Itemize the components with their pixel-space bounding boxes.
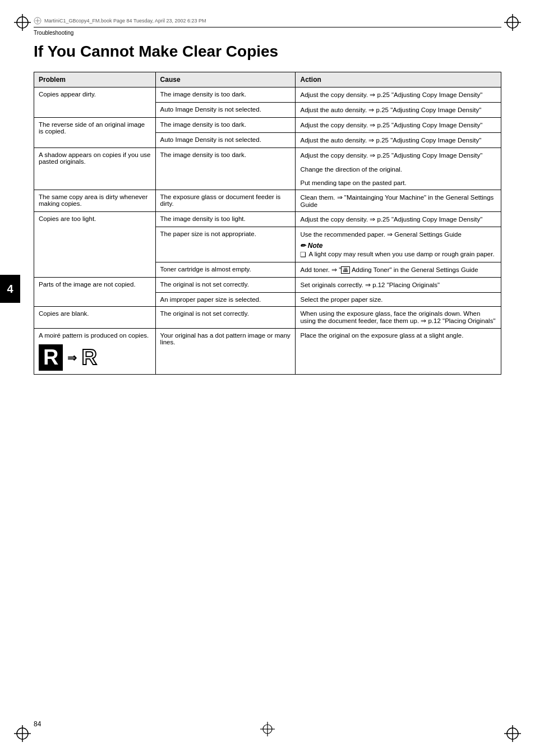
footer-center-mark — [259, 721, 276, 739]
problem-cell-5: Copies are too light. — [34, 212, 156, 278]
corner-mark-top-left — [11, 11, 34, 34]
table-row: The same copy area is dirty whenever mak… — [34, 190, 501, 212]
page-title: If You Cannot Make Clear Copies — [34, 43, 501, 61]
action-cell-7a: When using the exposure glass, face the … — [296, 307, 501, 329]
toner-icon: 🖶 — [341, 266, 350, 274]
action-cell-2b: Adjust the auto density. ⇒ p.25 "Adjusti… — [296, 133, 501, 148]
table-row: A moiré pattern is produced on copies. R… — [34, 329, 501, 375]
corner-mark-top-right — [501, 11, 524, 34]
problem-cell-7: Copies are blank. — [34, 307, 156, 329]
action-cell-1a: Adjust the copy density. ⇒ p.25 "Adjusti… — [296, 87, 501, 103]
action-cell-1b: Adjust the auto density. ⇒ p.25 "Adjusti… — [296, 103, 501, 118]
cause-cell-2a: The image density is too dark. — [155, 118, 296, 133]
action-cell-4a: Clean them. ⇒ "Maintainging Your Machine… — [296, 190, 501, 212]
moire-r-solid: R — [39, 344, 63, 371]
table-row: The reverse side of an original image is… — [34, 118, 501, 133]
chapter-tab: 4 — [0, 275, 20, 303]
problem-cell-1: Copies appear dirty. — [34, 87, 156, 118]
note-box: ✏ Note ❑ A light copy may result when yo… — [300, 242, 496, 259]
action-cell-6a: Set originals correctly. ⇒ p.12 "Placing… — [296, 278, 501, 293]
problem-cell-6: Parts of the image are not copied. — [34, 278, 156, 307]
corner-mark-bottom-left — [11, 722, 34, 745]
table-header: Problem Cause Action — [34, 72, 501, 87]
action-cell-8a: Place the original on the exposure glass… — [296, 329, 501, 375]
action-cell-5a: Adjust the copy density. ⇒ p.25 "Adjusti… — [296, 212, 501, 227]
table-body: Copies appear dirty. The image density i… — [34, 87, 501, 375]
cause-cell-6a: The original is not set correctly. — [155, 278, 296, 293]
cause-cell-7a: The original is not set correctly. — [155, 307, 296, 329]
section-label: Troubleshooting — [34, 30, 501, 36]
footer-area: 84 — [34, 720, 41, 728]
problem-cell-3: A shadow appears on copies if you use pa… — [34, 148, 156, 190]
table-row: Copies are blank. The original is not se… — [34, 307, 501, 329]
cause-cell-5a: The image density is too light. — [155, 212, 296, 227]
moire-arrow: ⇒ — [67, 351, 77, 365]
note-title: ✏ Note — [300, 242, 496, 250]
action-cell-6b: Select the proper paper size. — [296, 293, 501, 307]
cause-cell-5c: Toner cartridge is almost empty. — [155, 262, 296, 278]
cause-cell-4a: The exposure glass or document feeder is… — [155, 190, 296, 212]
moire-image: R ⇒ R — [39, 344, 151, 371]
header-row: Problem Cause Action — [34, 72, 501, 87]
cause-cell-2b: Auto Image Density is not selected. — [155, 133, 296, 148]
header-problem: Problem — [34, 72, 156, 87]
action-cell-3a: Adjust the copy density. ⇒ p.25 "Adjusti… — [296, 148, 501, 190]
table-row: Copies are too light. The image density … — [34, 212, 501, 227]
main-table: Problem Cause Action Copies appear dirty… — [34, 72, 501, 375]
cause-cell-3a: The image density is too dark. — [155, 148, 296, 190]
action-cell-5b: Use the recommended paper. ⇒ General Set… — [296, 227, 501, 262]
file-info-icon — [34, 17, 41, 25]
page-number: 84 — [34, 720, 41, 728]
problem-cell-2: The reverse side of an original image is… — [34, 118, 156, 148]
header-area: MartiniC1_GBcopy4_FM.book Page 84 Tuesda… — [0, 0, 535, 61]
header-cause: Cause — [155, 72, 296, 87]
content-area: Problem Cause Action Copies appear dirty… — [0, 72, 535, 375]
action-cell-5c: Add toner. ⇒ "🖶 Adding Toner" in the Gen… — [296, 262, 501, 278]
note-text: A light copy may result when you use dam… — [308, 251, 494, 259]
note-content: ❑ A light copy may result when you use d… — [300, 251, 496, 259]
file-info-text: MartiniC1_GBcopy4_FM.book Page 84 Tuesda… — [44, 18, 206, 24]
note-bullet: ❑ — [300, 251, 306, 259]
table-row: Parts of the image are not copied. The o… — [34, 278, 501, 293]
table-row: Copies appear dirty. The image density i… — [34, 87, 501, 103]
cause-cell-1a: The image density is too dark. — [155, 87, 296, 103]
page-container: 4 MartiniC1_GBcopy4_FM.book Page 84 Tues… — [0, 0, 535, 756]
moire-r-outline: R — [81, 345, 96, 370]
action-cell-2a: Adjust the copy density. ⇒ p.25 "Adjusti… — [296, 118, 501, 133]
cause-cell-1b: Auto Image Density is not selected. — [155, 103, 296, 118]
problem-cell-4: The same copy area is dirty whenever mak… — [34, 190, 156, 212]
file-info-line: MartiniC1_GBcopy4_FM.book Page 84 Tuesda… — [34, 17, 501, 27]
chapter-number: 4 — [7, 283, 13, 296]
note-pen-icon: ✏ — [300, 242, 306, 250]
header-action: Action — [296, 72, 501, 87]
cause-cell-5b: The paper size is not appropriate. — [155, 227, 296, 262]
table-row: A shadow appears on copies if you use pa… — [34, 148, 501, 190]
cause-cell-6b: An improper paper size is selected. — [155, 293, 296, 307]
cause-cell-8a: Your original has a dot pattern image or… — [155, 329, 296, 375]
problem-cell-8: A moiré pattern is produced on copies. R… — [34, 329, 156, 375]
corner-mark-bottom-right — [501, 722, 524, 745]
